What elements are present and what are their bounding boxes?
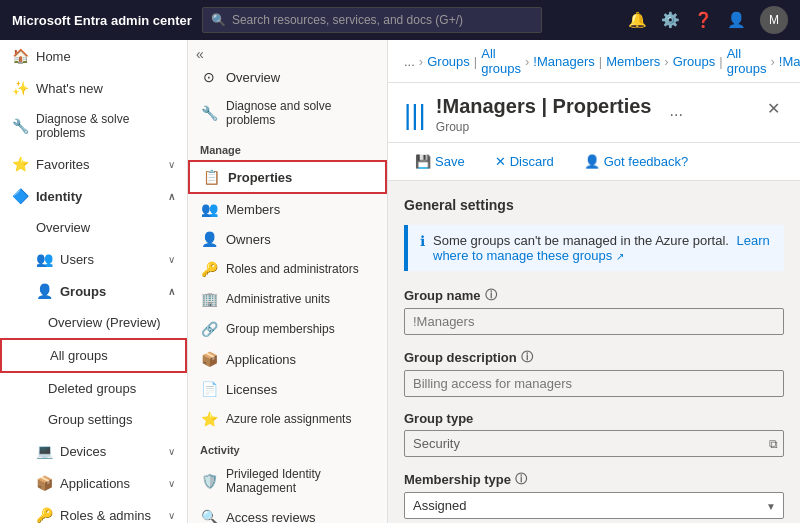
close-button[interactable]: ✕: [763, 95, 784, 122]
membership-type-label: Membership type: [404, 472, 511, 487]
settings-icon[interactable]: ⚙️: [661, 11, 680, 29]
sidebar-item-groups[interactable]: 👤 Groups ∧: [0, 275, 187, 307]
info-banner: ℹ Some groups can't be managed in the Az…: [404, 225, 784, 271]
save-button[interactable]: 💾 Save: [404, 149, 476, 174]
sidebar-label-roles-admins: Roles & admins: [60, 508, 151, 523]
page-ellipsis-btn[interactable]: ···: [670, 106, 683, 124]
group-name-input[interactable]: [404, 308, 784, 335]
page-subtitle: Group: [436, 120, 652, 134]
help-icon[interactable]: ❓: [694, 11, 713, 29]
breadcrumb-groups2[interactable]: Groups: [673, 54, 716, 69]
groups-chevron: ∧: [168, 286, 175, 297]
devices-chevron: ∨: [168, 446, 175, 457]
section-title: General settings: [404, 197, 784, 213]
sidebar-item-overview-preview[interactable]: Overview (Preview): [0, 307, 187, 338]
mid-nav-label-diagnose: Diagnose and solve problems: [226, 99, 375, 127]
users-icon: 👥: [36, 251, 52, 267]
mid-nav-overview[interactable]: ⊙ Overview: [188, 62, 387, 92]
favorites-icon: ⭐: [12, 156, 28, 172]
mid-nav-group-memberships[interactable]: 🔗 Group memberships: [188, 314, 387, 344]
sidebar-item-roles-admins[interactable]: 🔑 Roles & admins ∨: [0, 499, 187, 523]
content-area: « ⊙ Overview 🔧 Diagnose and solve proble…: [188, 40, 800, 523]
sidebar-item-group-settings[interactable]: Group settings: [0, 404, 187, 435]
sidebar-item-home[interactable]: 🏠 Home: [0, 40, 187, 72]
group-type-label: Group type: [404, 411, 473, 426]
breadcrumb-groups[interactable]: Groups: [427, 54, 470, 69]
mid-nav-diagnose[interactable]: 🔧 Diagnose and solve problems: [188, 92, 387, 134]
mid-nav-admin-units[interactable]: 🏢 Administrative units: [188, 284, 387, 314]
group-icon: |||: [404, 99, 426, 131]
sidebar-item-whats-new[interactable]: ✨ What's new: [0, 72, 187, 104]
sidebar-item-devices[interactable]: 💻 Devices ∨: [0, 435, 187, 467]
sidebar-label-identity: Identity: [36, 189, 82, 204]
membership-select-wrapper: Assigned ▼: [404, 492, 784, 519]
discard-button[interactable]: ✕ Discard: [484, 149, 565, 174]
mid-nav-properties[interactable]: 📋 Properties: [188, 160, 387, 194]
breadcrumb-ellipsis[interactable]: ...: [404, 54, 415, 69]
group-desc-info-icon[interactable]: ⓘ: [521, 349, 533, 366]
sidebar-label-diagnose: Diagnose & solve problems: [36, 112, 175, 140]
mid-nav-licenses[interactable]: 📄 Licenses: [188, 374, 387, 404]
mid-diagnose-icon: 🔧: [200, 105, 218, 121]
search-input[interactable]: [232, 13, 533, 27]
feedback-button[interactable]: 👤 Got feedback?: [573, 149, 700, 174]
search-bar[interactable]: 🔍: [202, 7, 542, 33]
sidebar-item-identity[interactable]: 🔷 Identity ∧: [0, 180, 187, 212]
membership-type-select[interactable]: Assigned: [404, 492, 784, 519]
mid-nav-roles-admin[interactable]: 🔑 Roles and administrators: [188, 254, 387, 284]
form-content: General settings ℹ Some groups can't be …: [388, 181, 800, 523]
avatar[interactable]: M: [760, 6, 788, 34]
home-icon: 🏠: [12, 48, 28, 64]
group-name-label: Group name: [404, 288, 481, 303]
sidebar-item-users[interactable]: 👥 Users ∨: [0, 243, 187, 275]
sidebar-item-deleted-groups[interactable]: Deleted groups: [0, 373, 187, 404]
group-description-label: Group description: [404, 350, 517, 365]
sidebar-item-applications[interactable]: 📦 Applications ∨: [0, 467, 187, 499]
sidebar-label-overview-preview: Overview (Preview): [48, 315, 161, 330]
breadcrumb-managers[interactable]: !Managers: [533, 54, 594, 69]
collapse-icon[interactable]: «: [196, 46, 204, 62]
sidebar-label-favorites: Favorites: [36, 157, 89, 172]
sidebar-label-overview: Overview: [36, 220, 90, 235]
mid-azure-roles-icon: ⭐: [200, 411, 218, 427]
sidebar-item-overview[interactable]: Overview: [0, 212, 187, 243]
identity-icon: 🔷: [12, 188, 28, 204]
middle-panel: « ⊙ Overview 🔧 Diagnose and solve proble…: [188, 40, 388, 523]
notification-icon[interactable]: 🔔: [628, 11, 647, 29]
group-description-input[interactable]: [404, 370, 784, 397]
sidebar-label-home: Home: [36, 49, 71, 64]
breadcrumb-managers2[interactable]: !Managers: [779, 54, 800, 69]
discard-label: Discard: [510, 154, 554, 169]
groups-icon: 👤: [36, 283, 52, 299]
group-type-field: Group type ⧉: [404, 411, 784, 457]
mid-nav-members[interactable]: 👥 Members: [188, 194, 387, 224]
mid-applications-icon: 📦: [200, 351, 218, 367]
mid-activity-header: Activity: [188, 434, 387, 460]
membership-type-field: Membership type ⓘ Assigned ▼: [404, 471, 784, 519]
mid-nav-applications[interactable]: 📦 Applications: [188, 344, 387, 374]
group-name-info-icon[interactable]: ⓘ: [485, 287, 497, 304]
membership-info-icon[interactable]: ⓘ: [515, 471, 527, 488]
group-description-field: Group description ⓘ: [404, 349, 784, 397]
mid-nav-azure-roles[interactable]: ⭐ Azure role assignments: [188, 404, 387, 434]
mid-nav-label-azure-roles: Azure role assignments: [226, 412, 351, 426]
copy-icon[interactable]: ⧉: [769, 437, 778, 451]
breadcrumb-members[interactable]: Members: [606, 54, 660, 69]
breadcrumb-all-groups2[interactable]: All groups: [727, 46, 767, 76]
sidebar-item-favorites[interactable]: ⭐ Favorites ∨: [0, 148, 187, 180]
whats-new-icon: ✨: [12, 80, 28, 96]
mid-nav-label-roles: Roles and administrators: [226, 262, 359, 276]
sidebar-item-diagnose[interactable]: 🔧 Diagnose & solve problems: [0, 104, 187, 148]
save-icon: 💾: [415, 154, 431, 169]
discard-icon: ✕: [495, 154, 506, 169]
mid-nav-pim[interactable]: 🛡️ Privileged Identity Management: [188, 460, 387, 502]
mid-pim-icon: 🛡️: [200, 473, 218, 489]
mid-overview-icon: ⊙: [200, 69, 218, 85]
user-icon[interactable]: 👤: [727, 11, 746, 29]
mid-nav-access-reviews[interactable]: 🔍 Access reviews: [188, 502, 387, 523]
sidebar-item-all-groups[interactable]: All groups: [0, 338, 187, 373]
breadcrumb-all-groups[interactable]: All groups: [481, 46, 521, 76]
users-chevron: ∨: [168, 254, 175, 265]
mid-nav-label-properties: Properties: [228, 170, 292, 185]
mid-nav-owners[interactable]: 👤 Owners: [188, 224, 387, 254]
